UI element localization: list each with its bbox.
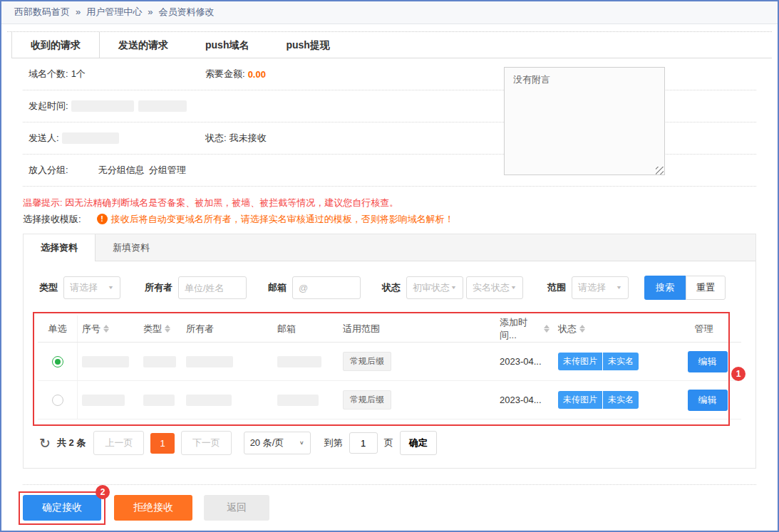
header-owner: 所有者 — [182, 323, 273, 335]
breadcrumb-user-center-link[interactable]: 用户管理中心 — [86, 6, 142, 17]
redacted-send-time — [71, 100, 134, 112]
sender-label: 发送人: — [29, 132, 59, 145]
range-select[interactable]: 请选择 ▼ — [572, 276, 629, 299]
back-button[interactable]: 返回 — [204, 495, 269, 521]
reject-button[interactable]: 拒绝接收 — [114, 495, 192, 521]
sort-icon[interactable] — [544, 325, 550, 333]
accept-button[interactable]: 确定接收 — [23, 495, 101, 521]
redacted-send-time — [138, 100, 187, 112]
status-badge-no-image: 未传图片 — [558, 353, 602, 370]
row-radio-unselected[interactable] — [52, 395, 63, 406]
header-scope: 适用范围 — [339, 323, 495, 335]
main-tabbar: 收到的请求 发送的请求 push域名 push提现 — [7, 31, 772, 58]
header-email: 邮箱 — [273, 323, 339, 335]
header-serial[interactable]: 序号 — [78, 323, 139, 335]
redacted-owner — [186, 356, 233, 367]
goto-page-label: 到第 — [324, 437, 343, 449]
warning-icon: ! — [97, 214, 108, 224]
redacted-type — [143, 356, 176, 367]
email-input[interactable] — [292, 276, 361, 299]
sort-icon[interactable] — [103, 325, 109, 333]
annotation-badge-2: 2 — [96, 485, 110, 499]
chevron-down-icon: ∨ — [299, 440, 304, 446]
breadcrumb-separator: » — [148, 6, 153, 17]
table-row: 常规后缀 2023-04... 未传图片 未实名 编辑 — [38, 381, 741, 419]
header-type[interactable]: 类型 — [139, 323, 182, 335]
footer-actions: 2 确定接收 拒绝接收 返回 — [23, 495, 778, 521]
edit-button[interactable]: 编辑 — [688, 351, 728, 372]
page-number-active[interactable]: 1 — [150, 433, 174, 454]
profile-table: 1 单选 序号 类型 所有者 邮箱 适用范围 添加时间... 状态 管理 — [38, 315, 741, 419]
type-select[interactable]: 请选择 ▼ — [63, 276, 120, 299]
goto-confirm-button[interactable]: 确定 — [400, 431, 437, 455]
chevron-down-icon: ▼ — [108, 285, 114, 291]
tab-new-profile[interactable]: 新填资料 — [96, 234, 167, 261]
status-filter-label: 状态 — [382, 281, 401, 294]
breadcrumb-separator: » — [76, 6, 81, 17]
breadcrumb-home-link[interactable]: 西部数码首页 — [14, 6, 70, 17]
breadcrumb: 西部数码首页»用户管理中心»会员资料修改 — [1, 1, 778, 24]
tab-sent-requests[interactable]: 发送的请求 — [100, 32, 187, 58]
notice-section: 温馨提示: 因无法精确判断域名是否备案、被加黑，被墙、被拦截等情况，建议您自行核… — [23, 195, 756, 226]
filter-bar: 类型 请选择 ▼ 所有者 邮箱 状态 初审状态 ▼ 实名状态 ▼ 范围 请选择 … — [24, 261, 755, 313]
request-info-section: 域名个数: 1个 索要金额: 0.00 发起时间: 发送人: 状态: 我未接收 … — [23, 58, 756, 187]
scope-badge: 常规后缀 — [343, 352, 391, 371]
group-value: 无分组信息 — [98, 164, 145, 177]
sort-icon[interactable] — [165, 325, 170, 333]
header-add-time[interactable]: 添加时间... — [495, 316, 554, 342]
chevron-down-icon: ▼ — [616, 285, 622, 291]
add-time-cell: 2023-04... — [495, 395, 554, 405]
search-button[interactable]: 搜索 — [644, 276, 686, 300]
add-time-cell: 2023-04... — [495, 356, 554, 367]
owner-input[interactable] — [178, 276, 247, 299]
tab-push-withdraw[interactable]: push提现 — [267, 32, 348, 58]
goto-page-input[interactable] — [349, 432, 378, 454]
per-page-select[interactable]: 20 条/页 ∨ — [244, 432, 311, 454]
domain-count-value: 1个 — [71, 68, 86, 80]
group-label: 放入分组: — [29, 164, 68, 177]
next-page-button[interactable]: 下一页 — [181, 431, 232, 455]
resize-handle-icon[interactable] — [656, 167, 664, 174]
pagination-bar: ↻ 共 2 条 上一页 1 下一页 20 条/页 ∨ 到第 页 确定 — [24, 419, 755, 468]
attached-message-box[interactable]: 没有附言 — [504, 67, 665, 175]
send-time-label: 发起时间: — [29, 100, 68, 113]
amount-label: 索要金额: — [205, 68, 245, 80]
redacted-serial — [82, 395, 125, 406]
table-row: 常规后缀 2023-04... 未传图片 未实名 编辑 — [38, 343, 741, 381]
reset-button[interactable]: 重置 — [686, 276, 726, 300]
header-status[interactable]: 状态 — [554, 323, 666, 335]
realname-status-select[interactable]: 实名状态 ▼ — [466, 276, 523, 299]
template-select-label: 选择接收模版: — [23, 212, 81, 226]
prev-page-button[interactable]: 上一页 — [93, 431, 144, 455]
header-manage: 管理 — [666, 323, 741, 335]
template-warning-text: 接收后将自动变更域名所有者，请选择实名审核通过的模板，否则将影响域名解析！ — [111, 212, 454, 226]
warm-tip-prefix: 温馨提示: — [23, 197, 63, 208]
panel-tabbar: 选择资料 新填资料 — [24, 234, 755, 261]
redacted-sender — [62, 132, 119, 144]
group-manage-link[interactable]: 分组管理 — [149, 164, 186, 177]
email-filter-label: 邮箱 — [268, 281, 287, 294]
amount-value: 0.00 — [248, 69, 266, 80]
redacted-email — [277, 356, 321, 367]
row-radio-selected[interactable] — [52, 356, 63, 367]
audit-status-select[interactable]: 初审状态 ▼ — [406, 276, 463, 299]
range-filter-label: 范围 — [547, 281, 566, 294]
redacted-owner — [186, 395, 232, 406]
footer-divider — [23, 484, 756, 485]
type-filter-label: 类型 — [39, 281, 58, 294]
warm-tip-text: 因无法精确判断域名是否备案、被加黑，被墙、被拦截等情况，建议您自行核查。 — [65, 197, 398, 208]
redacted-email — [277, 395, 319, 406]
status-label: 状态: — [205, 132, 227, 145]
refresh-icon[interactable]: ↻ — [39, 437, 51, 450]
sort-icon[interactable] — [579, 325, 585, 333]
edit-button[interactable]: 编辑 — [688, 390, 728, 411]
tab-select-profile[interactable]: 选择资料 — [24, 234, 96, 261]
chevron-down-icon: ▼ — [510, 285, 517, 291]
table-header-row: 单选 序号 类型 所有者 邮箱 适用范围 添加时间... 状态 管理 — [38, 315, 741, 343]
scope-badge: 常规后缀 — [343, 390, 391, 410]
tab-push-domain[interactable]: push域名 — [187, 32, 267, 58]
breadcrumb-current: 会员资料修改 — [158, 6, 214, 17]
status-value: 我未接收 — [229, 132, 267, 145]
tab-received-requests[interactable]: 收到的请求 — [11, 32, 100, 58]
annotation-badge-1: 1 — [731, 367, 746, 381]
